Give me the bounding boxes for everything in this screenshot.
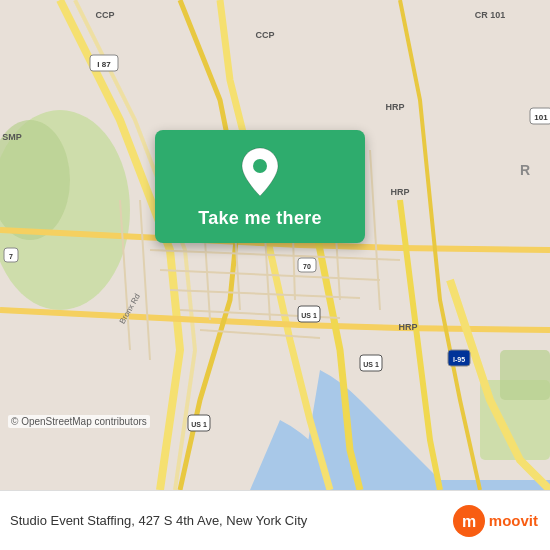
take-me-there-button[interactable]: Take me there: [198, 208, 322, 229]
map-container: I 87 CCP CCP SMP HRP HRP HRP CR 101 101 …: [0, 0, 550, 490]
svg-text:I 87: I 87: [97, 60, 111, 69]
moovit-text: moovit: [489, 512, 538, 529]
svg-text:HRP: HRP: [398, 322, 417, 332]
copyright-text: © OpenStreetMap contributors: [8, 415, 150, 428]
map-pin-icon: [238, 146, 282, 198]
location-card[interactable]: Take me there: [155, 130, 365, 243]
svg-text:I-95: I-95: [453, 356, 465, 363]
svg-text:HRP: HRP: [390, 187, 409, 197]
svg-point-43: [253, 159, 267, 173]
svg-text:SMP: SMP: [2, 132, 22, 142]
svg-text:m: m: [462, 513, 476, 530]
svg-text:US 1: US 1: [363, 361, 379, 368]
svg-text:7: 7: [9, 253, 13, 260]
svg-text:HRP: HRP: [385, 102, 404, 112]
svg-text:CR 101: CR 101: [475, 10, 506, 20]
svg-text:R: R: [520, 162, 530, 178]
svg-text:CCP: CCP: [95, 10, 114, 20]
svg-text:70: 70: [303, 263, 311, 270]
moovit-logo: m moovit: [453, 505, 538, 537]
address-text: Studio Event Staffing, 427 S 4th Ave, Ne…: [10, 513, 453, 528]
moovit-logo-icon: m: [453, 505, 485, 537]
svg-rect-4: [500, 350, 550, 400]
bottom-bar: Studio Event Staffing, 427 S 4th Ave, Ne…: [0, 490, 550, 550]
svg-text:101: 101: [534, 113, 548, 122]
svg-text:CCP: CCP: [255, 30, 274, 40]
svg-text:US 1: US 1: [191, 421, 207, 428]
svg-text:US 1: US 1: [301, 312, 317, 319]
